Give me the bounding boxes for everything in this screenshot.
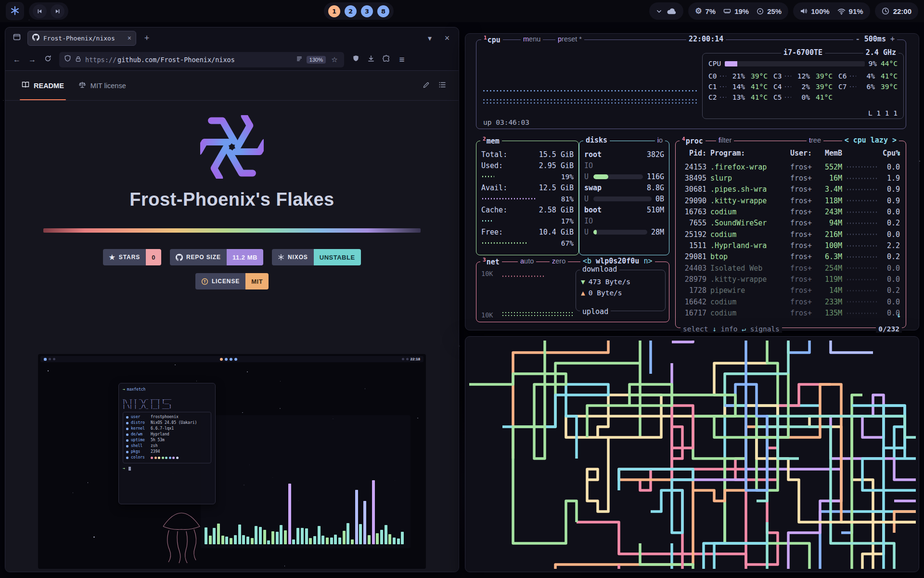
- clock-widget[interactable]: 22:00: [875, 2, 918, 20]
- select-key-label[interactable]: select: [683, 325, 708, 333]
- interval-decrease-button[interactable]: -: [856, 35, 860, 43]
- page-title: Frost-Phoenix's Flakes: [129, 189, 334, 210]
- process-row-30681[interactable]: 30681.pipes.sh-wrafros+3.4M0.9: [681, 184, 900, 195]
- badge-repo-size[interactable]: REPO SIZE11.2 MB: [170, 249, 263, 265]
- scroll-up-icon[interactable]: ↑: [897, 149, 901, 158]
- star: [175, 365, 176, 366]
- github-favicon: [32, 34, 39, 43]
- outline-button[interactable]: [438, 81, 446, 90]
- zoom-level-button[interactable]: 130%: [307, 56, 326, 64]
- fetch-colors-row: colors: [126, 455, 208, 460]
- cava-bar: [230, 538, 232, 544]
- btop-preset-button[interactable]: preset *: [555, 35, 584, 43]
- header-mem[interactable]: MemB: [819, 149, 842, 158]
- disks-io-toggle[interactable]: io: [655, 136, 665, 144]
- window-close-button[interactable]: ×: [440, 31, 454, 45]
- net-auto-button[interactable]: auto: [518, 257, 536, 265]
- workspace-button-1[interactable]: 1: [328, 5, 340, 17]
- process-row-24403[interactable]: 24403Isolated Webfros+254M0.0: [681, 263, 900, 274]
- process-row-38495[interactable]: 38495slurpfros+16M1.9: [681, 172, 900, 184]
- header-pid[interactable]: Pid:: [681, 149, 706, 158]
- process-row-16642[interactable]: 16642codiumfros+233M0.0: [681, 296, 900, 307]
- info-key-icon: ↵: [742, 325, 746, 333]
- media-prev-button[interactable]: [33, 4, 47, 18]
- badge-value: UNSTABLE: [314, 249, 361, 265]
- header-program[interactable]: Program:: [710, 149, 786, 158]
- star: [284, 565, 285, 566]
- tab-readme[interactable]: README: [22, 71, 64, 100]
- cava-bar: [301, 528, 304, 544]
- workspace-button-8[interactable]: 8: [377, 5, 389, 17]
- tab-mit-license[interactable]: MIT license: [78, 71, 126, 100]
- process-row-24153[interactable]: 24153.firefox-wrapfros+552M0.0: [681, 161, 900, 172]
- update-interval-control: - 500ms +: [853, 35, 897, 43]
- cava-bar: [234, 535, 237, 544]
- cpu-usage-stat: ⚙7%: [695, 7, 716, 15]
- signals-key-label[interactable]: signals: [750, 325, 780, 333]
- tracking-protection-shield-icon: [64, 55, 71, 64]
- process-row-1728[interactable]: 1728pipewirefros+14M0.2: [681, 285, 900, 296]
- proc-sort-control[interactable]: < cpu lazy >: [842, 136, 899, 144]
- info-key-label[interactable]: info: [721, 325, 738, 333]
- net-zero-button[interactable]: zero: [550, 257, 568, 265]
- menu-button[interactable]: ≡: [395, 53, 409, 66]
- media-next-button[interactable]: [51, 4, 64, 18]
- cpu-box-label: cpu: [488, 36, 500, 44]
- net-speeds-panel: download ▼473 Byte/s ▲0 Byte/s upload: [576, 270, 666, 311]
- firefox-view-button[interactable]: [10, 31, 24, 45]
- audio-network-widget[interactable]: 100% 91%: [793, 2, 870, 20]
- badge-label-text: STARS: [119, 254, 140, 261]
- proc-tree-button[interactable]: tree: [807, 136, 823, 144]
- process-row-1511[interactable]: 1511.Hyprland-wrafros+100M2.2: [681, 240, 900, 251]
- forward-button[interactable]: →: [26, 53, 39, 66]
- badge-nixos[interactable]: NIXOSUNSTABLE: [272, 249, 361, 265]
- list-all-tabs-button[interactable]: ▾: [423, 31, 436, 45]
- workspace-switcher: 1238: [324, 2, 394, 20]
- adblock-extension-button[interactable]: [349, 53, 362, 66]
- edit-readme-button[interactable]: [423, 81, 430, 90]
- process-row-29090[interactable]: 29090.kitty-wrappefros+118M0.9: [681, 195, 900, 206]
- process-row-7655[interactable]: 7655.SoundWireSerfros+94M0.2: [681, 218, 900, 229]
- workspace-button-3[interactable]: 3: [361, 5, 373, 17]
- upload-label: upload: [580, 307, 611, 316]
- weather-widget[interactable]: [649, 2, 683, 20]
- header-user[interactable]: User:: [790, 149, 815, 158]
- btop-menu-button[interactable]: menu: [521, 35, 543, 43]
- system-stats-widget[interactable]: ⚙7% 19% 25%: [688, 2, 788, 20]
- nixos-launcher-button[interactable]: [6, 2, 24, 20]
- scroll-down-icon[interactable]: ↓: [897, 311, 901, 319]
- net-prev-interface-button[interactable]: <b: [583, 257, 591, 265]
- screenshot-workspace-dot: [230, 358, 232, 361]
- downloads-button[interactable]: [364, 53, 378, 66]
- bookmark-star-button[interactable]: ☆: [330, 55, 339, 65]
- palette-dot: [165, 457, 167, 459]
- net-scale-top: 10K: [481, 270, 493, 277]
- process-row-28979[interactable]: 28979.kitty-wrappefros+119M0.0: [681, 274, 900, 285]
- book-icon: [22, 81, 29, 90]
- net-next-interface-button[interactable]: n>: [643, 257, 652, 265]
- badge-stars[interactable]: ★STARS0: [103, 249, 161, 265]
- cava-bar: [276, 532, 279, 544]
- cava-bar: [221, 536, 224, 544]
- badge-license[interactable]: LICENSEMIT: [195, 273, 269, 289]
- cava-bar: [251, 538, 254, 544]
- tab-close-button[interactable]: ×: [128, 34, 131, 42]
- process-row-16717[interactable]: 16717codiumfros+135M0.0: [681, 307, 900, 318]
- proc-filter-button[interactable]: filter: [716, 136, 734, 144]
- reader-mode-icon[interactable]: [296, 55, 303, 64]
- back-button[interactable]: ←: [10, 53, 24, 66]
- process-row-29081[interactable]: 29081btopfros+6.3M0.2: [681, 251, 900, 263]
- interval-increase-button[interactable]: +: [890, 35, 895, 43]
- extensions-button[interactable]: [380, 53, 393, 66]
- url-bar[interactable]: https://github.com/Frost-Phoenix/nixos 1…: [59, 52, 344, 67]
- fetch-row-distro: distroNixOS 24.05 (Uakari): [126, 420, 208, 426]
- reload-button[interactable]: [41, 53, 54, 66]
- new-tab-button[interactable]: +: [140, 31, 154, 45]
- browser-tab-active[interactable]: Frost-Phoenix/nixos ×: [27, 31, 136, 46]
- badge-label: NIXOS: [272, 249, 314, 265]
- workspace-button-2[interactable]: 2: [345, 5, 357, 17]
- btop-cpu-box: 1cpu menu preset * 22:00:14 - 500ms + up…: [476, 39, 906, 129]
- url-text: github.com/Frost-Phoenix/nixos: [117, 56, 235, 64]
- process-row-16763[interactable]: 16763codiumfros+243M0.0: [681, 206, 900, 217]
- process-row-25192[interactable]: 25192codiumfros+216M0.0: [681, 229, 900, 240]
